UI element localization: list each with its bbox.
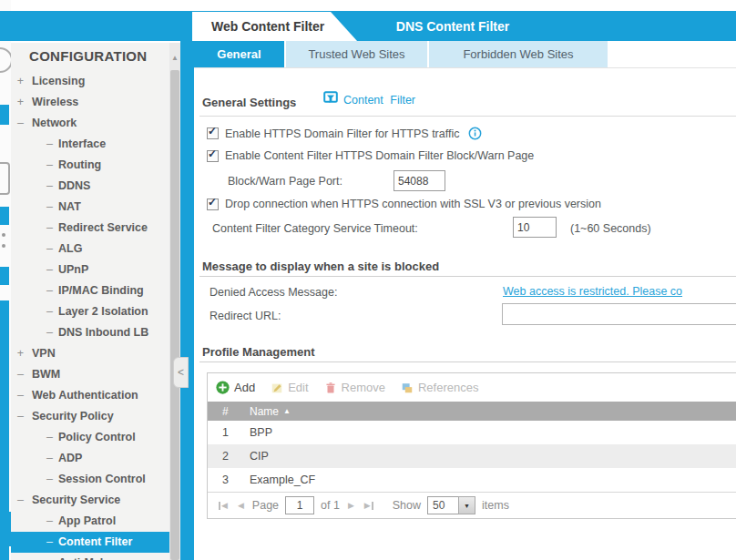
sidebar-item[interactable]: + Licensing xyxy=(11,71,180,92)
row-name-cell: CIP xyxy=(250,450,736,463)
sidebar-item-label: Wireless xyxy=(32,92,78,113)
tree-expand-icon[interactable]: – xyxy=(44,301,56,322)
redirect-url-input[interactable] xyxy=(502,303,736,325)
tree-expand-icon[interactable]: – xyxy=(44,553,56,560)
sidebar-item[interactable]: – BWM xyxy=(11,364,180,385)
edit-icon xyxy=(271,382,283,394)
tree-expand-icon[interactable]: – xyxy=(44,280,56,301)
tree-expand-icon[interactable]: – xyxy=(44,134,56,155)
tree-expand-icon[interactable]: + xyxy=(15,92,26,113)
sidebar-item[interactable]: – Session Control xyxy=(11,469,180,490)
tab-dns-content-filter[interactable]: DNS Content Filter xyxy=(366,12,539,41)
tab-web-content-filter[interactable]: Web Content Filter xyxy=(192,12,357,41)
page-size-select[interactable]: 50 ▼ xyxy=(427,496,475,514)
tree-expand-icon[interactable]: – xyxy=(15,406,26,427)
sidebar-item[interactable]: – NAT xyxy=(11,197,180,218)
info-icon[interactable] xyxy=(468,127,482,140)
tab-forbidden-web-sites[interactable]: Forbidden Web Sites xyxy=(429,41,608,67)
sidebar-item[interactable]: – Layer 2 Isolation xyxy=(11,301,180,322)
sidebar-item-label: Session Control xyxy=(58,469,146,490)
tree-expand-icon[interactable]: – xyxy=(44,218,56,239)
column-header-number[interactable]: # xyxy=(208,405,250,418)
sidebar-item[interactable]: – App Patrol xyxy=(11,511,180,532)
sidebar-collapse-button[interactable]: < xyxy=(173,357,189,388)
https-domain-filter-checkbox[interactable]: ✓ xyxy=(207,127,219,139)
tree-expand-icon[interactable]: – xyxy=(44,511,56,532)
sidebar-item[interactable]: – Security Policy xyxy=(11,406,180,427)
tree-expand-icon[interactable]: – xyxy=(15,490,26,511)
port-input[interactable] xyxy=(394,170,445,191)
sidebar-item[interactable]: – ADP xyxy=(11,448,180,469)
sidebar-item[interactable]: – Web Authentication xyxy=(11,385,180,406)
tree-expand-icon[interactable]: – xyxy=(44,260,56,280)
first-page-icon xyxy=(219,502,220,510)
profile-table: Add Edit Re xyxy=(207,372,736,519)
drop-ssl-checkbox[interactable]: ✓ xyxy=(207,199,219,210)
table-toolbar: Add Edit Re xyxy=(208,373,736,402)
sidebar-item[interactable]: – IP/MAC Binding xyxy=(11,280,180,301)
sidebar-item[interactable]: – DDNS xyxy=(11,176,180,197)
sidebar-item[interactable]: – Network xyxy=(11,113,180,134)
sidebar-scrollbar[interactable]: ▲ xyxy=(169,43,180,560)
next-page-button[interactable]: ▶ xyxy=(346,501,356,510)
block-warn-page-checkbox[interactable]: ✓ xyxy=(207,150,219,162)
remove-button[interactable]: Remove xyxy=(324,381,385,394)
sidebar-item[interactable]: – Redirect Service xyxy=(11,218,180,239)
sidebar-item[interactable]: – Interface xyxy=(11,134,180,155)
sidebar-item[interactable]: – Content Filter xyxy=(11,532,180,553)
references-button[interactable]: References xyxy=(401,381,478,394)
table-row[interactable]: 2 CIP xyxy=(208,444,736,468)
sidebar-item[interactable]: – Policy Control xyxy=(11,427,180,448)
sidebar-item[interactable]: – Anti-Malware xyxy=(11,553,180,560)
table-row[interactable]: 1 BPP xyxy=(208,421,736,444)
tree-expand-icon[interactable]: – xyxy=(15,385,26,406)
sidebar-item-label: Interface xyxy=(58,134,106,155)
tree-expand-icon[interactable]: – xyxy=(15,364,26,385)
first-page-button[interactable]: ◀ xyxy=(217,501,230,510)
table-row[interactable]: 3 Example_CF xyxy=(208,468,736,492)
sidebar-item[interactable]: – ALG xyxy=(11,239,180,260)
sidebar-item[interactable]: – Security Service xyxy=(11,490,180,511)
prev-page-button[interactable]: ◀ xyxy=(236,501,246,510)
tree-expand-icon[interactable]: – xyxy=(44,322,56,343)
tree-expand-icon[interactable]: – xyxy=(44,448,56,469)
sidebar-item-label: Routing xyxy=(58,155,101,176)
tree-expand-icon[interactable]: + xyxy=(15,343,26,364)
sidebar-item[interactable]: – DNS Inbound LB xyxy=(11,322,180,343)
tree-expand-icon[interactable]: – xyxy=(44,469,56,490)
tree-expand-icon[interactable]: – xyxy=(15,113,26,134)
tab-general[interactable]: General xyxy=(194,41,284,67)
tree-expand-icon[interactable]: – xyxy=(44,239,56,260)
sidebar-item-label: Web Authentication xyxy=(32,385,138,406)
timeout-input[interactable] xyxy=(513,217,557,238)
tree-expand-icon[interactable]: – xyxy=(44,155,56,176)
sidebar-item[interactable]: – Routing xyxy=(11,155,180,176)
tree-expand-icon[interactable]: – xyxy=(44,427,56,448)
drop-ssl-label: Drop connection when HTTPS connection wi… xyxy=(225,198,601,210)
page-of-label: of 1 xyxy=(321,499,340,512)
content-filter-link[interactable]: Content Filter xyxy=(323,91,415,109)
checkmark-icon: ✓ xyxy=(208,148,217,160)
subtab-divider-line xyxy=(194,67,736,68)
tree-expand-icon[interactable]: – xyxy=(44,532,56,553)
prev-arrow-icon: ◀ xyxy=(221,501,228,510)
tree-expand-icon[interactable]: – xyxy=(44,176,56,197)
sidebar-item[interactable]: + Wireless xyxy=(11,92,180,113)
sidebar-item-label: UPnP xyxy=(58,260,88,280)
sidebar-item-label: Redirect Service xyxy=(58,218,148,239)
sidebar-item[interactable]: – UPnP xyxy=(11,260,180,280)
configuration-sidebar: CONFIGURATION + Licensing + Wireless – N… xyxy=(11,43,180,560)
column-header-name[interactable]: Name ▲ xyxy=(250,405,736,418)
denied-access-message-link[interactable]: Web access is restricted. Please co xyxy=(503,285,682,298)
scroll-up-icon[interactable]: ▲ xyxy=(169,54,180,63)
tree-expand-icon[interactable]: + xyxy=(15,71,26,92)
edit-button[interactable]: Edit xyxy=(271,381,308,394)
scrollbar-thumb[interactable] xyxy=(170,70,179,560)
tree-expand-icon[interactable]: – xyxy=(44,197,56,218)
page-number-input[interactable] xyxy=(285,496,314,514)
tab-trusted-web-sites[interactable]: Trusted Web Sites xyxy=(286,41,427,67)
add-button[interactable]: Add xyxy=(216,381,255,394)
last-page-button[interactable]: ▶ xyxy=(363,501,375,510)
sidebar-item[interactable]: + VPN xyxy=(11,343,180,364)
sidebar-item-label: ALG xyxy=(58,239,82,260)
